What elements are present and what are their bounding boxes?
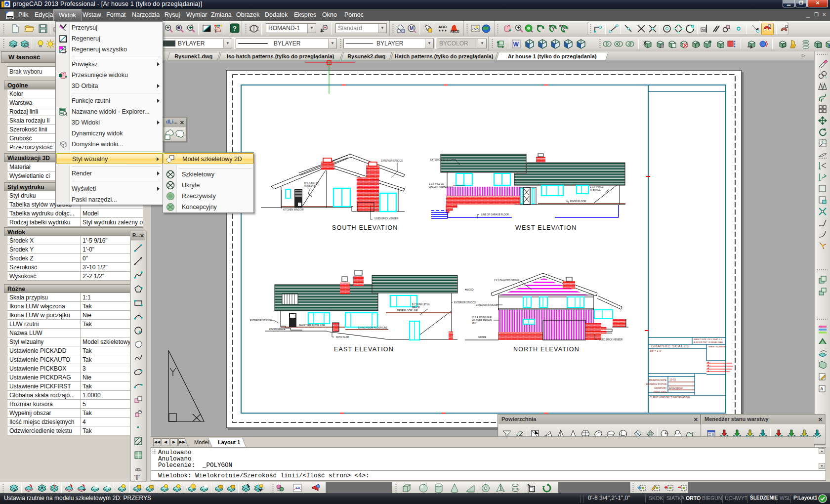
svg-text:USED BRICK VENEER: USED BRICK VENEER [599, 338, 623, 341]
svg-text:T: T [134, 473, 140, 482]
svg-text:UPPER FLOOR LINE: UPPER FLOOR LINE [396, 309, 417, 312]
svg-text:FINISH GRADE: FINISH GRADE [269, 328, 286, 331]
svg-text:#WOOD: #WOOD [465, 289, 474, 291]
svg-text:E X 6 PH LET: E X 6 PH LET [304, 182, 319, 185]
svg-text:BRACE: BRACE [412, 306, 420, 309]
svg-text:?: ? [53, 484, 56, 490]
svg-text:EXTERIOR STUCCO: EXTERIOR STUCCO [454, 301, 476, 304]
svg-text:ABCD: ABCD [450, 30, 459, 33]
svg-text:SHEET NUMBER: SHEET NUMBER [708, 345, 726, 348]
svg-text:E C F # SE CO: E C F # SE CO [429, 183, 445, 185]
svg-text:ABC: ABC [438, 25, 447, 29]
svg-text:GRAPHIC SCALES: GRAPHIC SCALES [651, 344, 689, 348]
svg-text:10-03: 10-03 [669, 378, 676, 381]
svg-text:DA Engineer: DA Engineer [669, 386, 683, 389]
svg-text:SHEET SIZE: 24 X 36 AT X H: SHEET SIZE: 24 X 36 AT X H [694, 338, 722, 340]
svg-text:T: T [214, 29, 217, 34]
svg-text:W: W [513, 41, 519, 48]
svg-text:EXTERIOR STUCCO: EXTERIOR STUCCO [250, 319, 272, 322]
svg-text:EXTERIOR STUCCO: EXTERIOR STUCCO [430, 159, 453, 161]
svg-text:50: 50 [702, 29, 706, 32]
svg-text:CLIENT / PROJECT INFORMATION: CLIENT / PROJECT INFORMATION [650, 396, 690, 399]
svg-text:A: A [820, 386, 824, 391]
svg-text:M: M [410, 26, 414, 31]
svg-text:WEST ELEVATION: WEST ELEVATION [515, 224, 577, 231]
svg-text:IN BRACE: IN BRACE [304, 185, 315, 188]
svg-text:DWG: DWG [7, 16, 14, 19]
svg-text:DRAWING DATE:: DRAWING DATE: [649, 379, 667, 381]
svg-text:PATIO SLAB: PATIO SLAB [336, 336, 349, 338]
svg-text:NORTH ELEVATION: NORTH ELEVATION [513, 346, 580, 353]
svg-text:PLY: PLY [472, 322, 476, 325]
svg-text:EAST ELEVATION: EAST ELEVATION [334, 346, 394, 353]
svg-text:▶: ▶ [6, 3, 8, 6]
svg-text:FAMILY RM FLOOR LINE: FAMILY RM FLOOR LINE [299, 324, 325, 327]
svg-text:GRADE: GRADE [478, 336, 486, 338]
svg-text:IN BRACE: IN BRACE [590, 189, 601, 191]
svg-text:2 X 6 T# WOOD SIDING: 2 X 6 T# WOOD SIDING [494, 279, 519, 282]
svg-text:A MODR PMT #E MHAD WA/L: A MODR PMT #E MHAD WA/L [694, 341, 724, 343]
svg-text:PRINT DATE: PRINT DATE [654, 391, 667, 393]
svg-text:EXTERIOR STUCCO: EXTERIOR STUCCO [381, 160, 403, 162]
svg-text:SOUTH ELEVATION: SOUTH ELEVATION [332, 224, 398, 231]
svg-text:E C F PM LET IN: E C F PM LET IN [412, 303, 429, 306]
svg-text:EXTERIOR STUCCO: EXTERIOR STUCCO [476, 304, 498, 306]
svg-text:▲: ▲ [707, 369, 709, 372]
svg-text:3/8" = 1'-0": 3/8" = 1'-0" [650, 349, 662, 352]
svg-text:10: 10 [295, 486, 300, 490]
svg-text:DRAWN BY:: DRAWN BY: [654, 387, 667, 389]
svg-text:?: ? [233, 25, 237, 32]
svg-text:DRAWING STATUS:: DRAWING STATUS: [646, 383, 667, 385]
svg-text:USED BRICK VENEER: USED BRICK VENEER [374, 217, 399, 220]
svg-text:#G OVER REGAIN: #G OVER REGAIN [472, 319, 492, 322]
svg-text:LINE OF GARAGE FLOOR: LINE OF GARAGE FLOOR [481, 213, 509, 216]
svg-text:E C F PM LET: E C F PM LET [590, 186, 605, 188]
svg-text:KITCHEN WINDOW: KITCHEN WINDOW [283, 209, 304, 211]
svg-text:CHECK FINISHED PLY: CHECK FINISHED PLY [429, 186, 453, 188]
svg-text:LIVING ROOM FLOOR LINE: LIVING ROOM FLOOR LINE [358, 327, 387, 329]
svg-text:FINISH FLOOR: FINISH FLOOR [570, 200, 586, 203]
svg-text:C S A SIDING GLF: C S A SIDING GLF [472, 316, 492, 319]
